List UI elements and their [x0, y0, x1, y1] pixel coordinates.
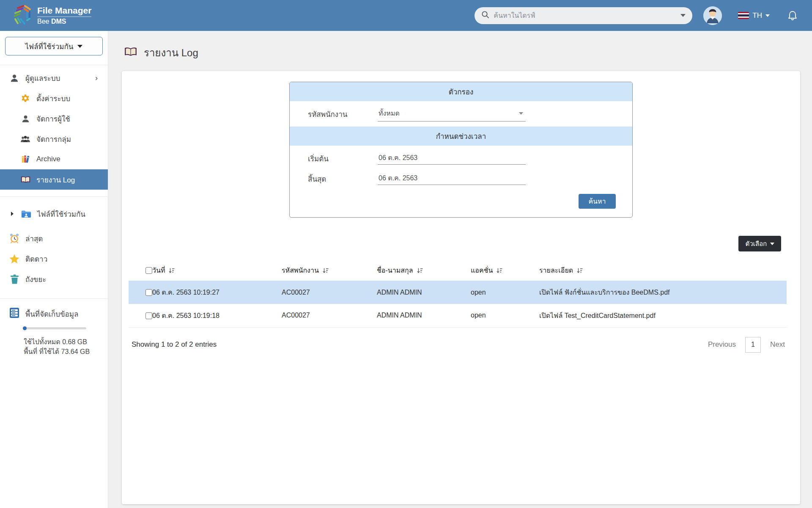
header-detail[interactable]: รายละเอียด [536, 261, 787, 281]
sidebar-item-label: Archive [36, 155, 60, 163]
sidebar: ไฟล์ที่ใช้ร่วมกัน ผู้ดูแลระบบ › ตั้งค่าร… [0, 31, 108, 508]
sidebar-item-label: ไฟล์ที่ใช้ร่วมกัน [37, 208, 85, 220]
main-content: รายงาน Log ตัวกรอง รหัสพนักงาน ทั้งหมด ก… [108, 31, 812, 508]
storage-available-text: พื้นที่ ที่ใช้ได้ 73.64 GB [24, 347, 99, 356]
caret-right-icon[interactable] [11, 212, 14, 216]
language-selector[interactable]: TH [738, 11, 770, 20]
sidebar-item-label: ถังขยะ [25, 273, 46, 285]
sort-icon [417, 268, 423, 273]
alarm-clock-icon [9, 233, 19, 243]
chevron-down-icon [765, 14, 770, 17]
brand-subtitle: Bee DMS [37, 18, 91, 25]
employee-id-selected-value: ทั้งหมด [379, 108, 400, 119]
sidebar-item-label: ติดดาว [25, 253, 47, 265]
shared-folder-icon [21, 210, 31, 218]
thai-flag-icon [738, 12, 749, 19]
storage-used-text: ใช้ไปทั้งหมด 0.68 GB [24, 337, 99, 347]
sidebar-item-manage-groups[interactable]: จัดการกลุ่ม [0, 129, 108, 149]
language-label: TH [752, 11, 762, 20]
filter-title: ตัวกรอง [290, 82, 632, 101]
sidebar-item-label: จัดการผู้ใช้ [36, 113, 70, 124]
search-icon [481, 11, 489, 20]
sidebar-item-admin[interactable]: ผู้ดูแลระบบ › [0, 68, 108, 88]
header-employee-id[interactable]: รหัสพนักงาน [278, 261, 373, 281]
content-card: ตัวกรอง รหัสพนักงาน ทั้งหมด กำหนดช่วงเวล… [122, 71, 800, 504]
end-date-input[interactable] [379, 174, 523, 182]
options-button[interactable]: ตัวเลือก [738, 236, 781, 251]
table-row[interactable]: 06 ต.ค. 2563 10:19:27 AC00027 ADMIN ADMI… [129, 281, 787, 304]
cell-employee-id: AC00027 [278, 304, 373, 327]
notifications-bell-icon[interactable] [787, 10, 798, 21]
employee-id-select[interactable]: ทั้งหมด [378, 106, 526, 121]
page-title: รายงาน Log [144, 44, 198, 61]
sidebar-item-log-report[interactable]: รายงาน Log [0, 169, 108, 190]
sort-icon [323, 268, 329, 273]
drive-search[interactable] [475, 7, 692, 24]
sidebar-item-label: ผู้ดูแลระบบ [25, 72, 60, 84]
sidebar-item-starred[interactable]: ติดดาว [0, 248, 108, 269]
employee-id-label: รหัสพนักงาน [308, 108, 378, 120]
end-date-label: สิ้นสุด [308, 173, 378, 185]
current-page-button[interactable]: 1 [745, 337, 761, 353]
select-all-header[interactable] [129, 261, 149, 281]
table-header-row: วันที่ รหัสพนักงาน ชื่อ-นามสกุล แอคชั่น … [129, 261, 787, 281]
row-checkbox[interactable] [145, 312, 152, 319]
sort-icon [169, 268, 175, 273]
sort-icon [577, 268, 583, 273]
row-checkbox[interactable] [145, 289, 152, 296]
previous-page-button[interactable]: Previous [708, 340, 736, 349]
header-action[interactable]: แอคชั่น [467, 261, 536, 281]
select-all-checkbox[interactable] [145, 267, 152, 274]
storage-section: พื้นที่จัดเก็บข้อมูล ใช้ไปทั้งหมด 0.68 G… [0, 301, 108, 356]
cell-date: 06 ต.ค. 2563 10:19:27 [149, 281, 278, 304]
start-date-field[interactable] [378, 152, 526, 165]
header-date[interactable]: วันที่ [149, 261, 278, 281]
cell-detail: เปิดไฟล์ Test_CreditCardStatement.pdf [536, 304, 787, 327]
sidebar-item-system-settings[interactable]: ตั้งค่าระบบ [0, 88, 108, 108]
brand-title: File Manager [37, 6, 91, 17]
cell-detail: เปิดไฟล์ ฟังก์ชั่นและบริการของ BeeDMS.pd… [536, 281, 787, 304]
sidebar-item-shared-files[interactable]: ไฟล์ที่ใช้ร่วมกัน [0, 204, 108, 224]
end-date-field[interactable] [378, 172, 526, 185]
pagination: Previous 1 Next [708, 337, 785, 353]
cell-action: open [467, 281, 536, 304]
shared-files-dropdown-label: ไฟล์ที่ใช้ร่วมกัน [25, 41, 74, 52]
date-range-title: กำหนดช่วงเวลา [290, 127, 632, 146]
app-logo: File Manager Bee DMS [0, 4, 108, 27]
search-options-caret-icon[interactable] [680, 14, 686, 17]
log-table: วันที่ รหัสพนักงาน ชื่อ-นามสกุล แอคชั่น … [129, 261, 787, 328]
cell-action: open [467, 304, 536, 327]
shared-files-dropdown-button[interactable]: ไฟล์ที่ใช้ร่วมกัน [5, 37, 103, 55]
cell-name: ADMIN ADMIN [373, 304, 467, 327]
sidebar-item-trash[interactable]: ถังขยะ [0, 269, 108, 289]
search-button[interactable]: ค้นหา [579, 194, 616, 209]
table-row[interactable]: 06 ต.ค. 2563 10:19:18 AC00027 ADMIN ADMI… [129, 304, 787, 327]
filter-panel: ตัวกรอง รหัสพนักงาน ทั้งหมด กำหนดช่วงเวล… [289, 82, 633, 218]
next-page-button[interactable]: Next [770, 340, 785, 349]
hexagon-logo-icon [12, 4, 33, 27]
storage-progress-fill [23, 326, 27, 330]
open-book-icon [20, 176, 30, 184]
entries-summary: Showing 1 to 2 of 2 entries [132, 340, 217, 349]
start-date-label: เริ่มต้น [308, 153, 378, 164]
header-name[interactable]: ชื่อ-นามสกุล [373, 261, 467, 281]
start-date-input[interactable] [379, 154, 523, 161]
sidebar-item-label: ล่าสุด [25, 233, 43, 244]
chevron-down-icon [77, 45, 82, 48]
user-avatar[interactable] [703, 6, 722, 25]
topbar: File Manager Bee DMS TH [0, 0, 812, 31]
star-icon [9, 254, 19, 264]
open-book-icon [124, 47, 137, 59]
sidebar-item-recent[interactable]: ล่าสุด [0, 228, 108, 248]
gear-icon [20, 94, 30, 103]
sidebar-item-label: รายงาน Log [36, 174, 75, 185]
sidebar-item-archive[interactable]: Archive [0, 149, 108, 169]
storage-label: พื้นที่จัดเก็บข้อมูล [25, 308, 78, 320]
storage-server-icon [9, 307, 19, 320]
cell-date: 06 ต.ค. 2563 10:19:18 [149, 304, 278, 327]
search-input[interactable] [494, 12, 676, 19]
cell-name: ADMIN ADMIN [373, 281, 467, 304]
chevron-right-icon: › [95, 74, 98, 83]
sidebar-item-manage-users[interactable]: จัดการผู้ใช้ [0, 108, 108, 129]
options-button-label: ตัวเลือก [745, 239, 767, 249]
